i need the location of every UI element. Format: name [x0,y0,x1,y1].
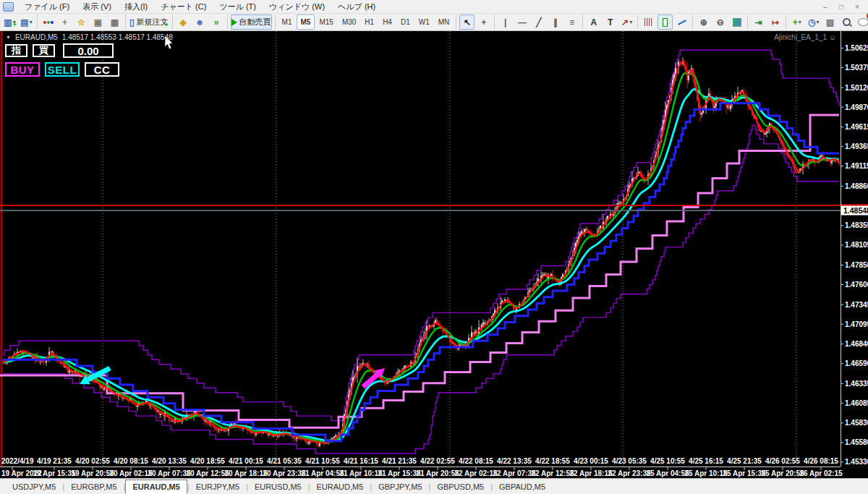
menu-item-4[interactable]: ツール (T) [213,1,263,13]
collapse-icon[interactable]: ▼ [6,35,11,40]
symbol-tab-4[interactable]: EURUSD,M5 [248,480,308,493]
candlestick-chart-button[interactable] [658,14,673,30]
time-label-jst: 4/22 08:15 [459,457,493,465]
time-label-jst: 4/26 08:15 [804,457,838,465]
chart-tabs-bar: USDJPY,M5|EURGBP,M5|EURAUD,M5|EURJPY,M5|… [0,478,868,494]
sell-button[interactable]: SELL [45,62,80,77]
symbol-tab-1[interactable]: EURGBP,M5 [64,480,123,493]
zoom-out-button[interactable]: ⊖ [712,14,728,30]
expert-advisors-button[interactable]: ☻ [192,14,208,30]
menu-item-6[interactable]: ヘルプ (H) [331,1,382,13]
signals-button[interactable]: » [209,14,224,30]
fibonacci-button[interactable]: ≡ [564,14,579,30]
metaeditor-button[interactable]: ◆ [176,14,191,30]
chart-profiles-icon: ▤ [20,18,28,27]
timeframe-m30-button[interactable]: M30 [338,14,360,30]
horizontal-line-button[interactable]: — [514,14,529,30]
cursor-button[interactable]: ↖ [459,14,475,30]
price-label: 1.45580 [845,438,868,446]
menu-item-2[interactable]: 挿入(I) [118,1,154,13]
price-label: 1.49615 [845,123,868,131]
text-button[interactable]: A [586,14,601,30]
strategy-tester-button[interactable]: ▦ [107,14,122,30]
new-order-button[interactable]: ▯+新規注文 [129,14,169,30]
restore-button[interactable]: □ [836,3,846,11]
symbol-tab-0[interactable]: USDJPY,M5 [6,480,62,493]
chart-canvas[interactable]: 1.506251.503751.501201.498701.496151.493… [0,31,868,478]
time-label-broker: 25 Apr 10:15 [684,469,728,477]
time-label-jst: 4/25 21:35 [727,457,762,465]
templates-button[interactable]: ▨ [822,14,838,30]
periods-list-button[interactable]: ◷▾ [806,14,821,30]
fibonacci-icon: ≡ [569,18,574,27]
minimize-button[interactable]: – [820,3,830,11]
tile-windows-icon [733,18,741,27]
equidistant-channel-button[interactable]: ∥ [548,14,563,30]
navigator-button[interactable]: ☆ [74,14,89,30]
timeframe-m1-button[interactable]: M1 [278,14,297,30]
new-order-icon: ▯ [129,18,135,27]
zoom-in-icon: ⊕ [700,18,707,27]
vertical-line-button[interactable]: | [498,14,513,30]
search-button[interactable] [839,14,854,30]
blue-step-line [3,103,839,441]
timeframe-d1-button[interactable]: D1 [396,14,414,30]
chart-shift-button[interactable]: ↦ [767,14,783,30]
market-buy-button[interactable]: 買 [33,44,55,57]
time-label-jst: 4/22 18:55 [535,457,570,465]
auto-scroll-button[interactable]: ⇥ [751,14,766,30]
zoom-in-button[interactable]: ⊕ [696,14,711,30]
symbol-tab-6[interactable]: GBPJPY,M5 [372,480,428,493]
symbol-tab-2[interactable]: EURAUD,M5 [125,480,187,494]
menu-item-3[interactable]: チャート (C) [154,1,213,13]
menu-item-1[interactable]: 表示 (V) [76,1,118,13]
price-label: 1.48860 [845,182,868,190]
time-label-broker: 22 Apr 02:15 [454,469,498,477]
chart-profiles-button[interactable]: ▤▾ [19,14,34,30]
bar-chart-button[interactable] [641,14,656,30]
metaeditor-icon: ◆ [179,18,186,27]
arrow-objects-button[interactable]: ↗▾ [619,14,634,30]
symbol-tab-5[interactable]: EURAUD,M5 [310,480,370,493]
trail-stop-line [0,115,839,427]
news-bubble-button[interactable]: 1 [856,14,868,30]
buy-button[interactable]: BUY [5,62,40,77]
time-label-broker: 25 Apr 04:55 [646,469,689,477]
symbol-tab-7[interactable]: GBPUSD,M5 [430,480,490,493]
crosshair-button[interactable]: + [476,14,491,30]
trendline-button[interactable]: ╱ [531,14,546,30]
close-all-button[interactable]: CC [85,62,119,77]
time-label-broker: 22 Apr 18:15 [569,469,613,477]
text-label-button[interactable]: T [603,14,618,30]
price-label: 1.47600 [845,281,868,289]
time-label-jst: 4/20 13:35 [152,457,187,465]
ea-label[interactable]: Ajinichi_EA_1_1 ☺ [774,33,836,41]
data-window-button[interactable]: + [57,14,72,30]
timeframe-mn-button[interactable]: MN [434,14,454,30]
timeframe-w1-button[interactable]: W1 [414,14,434,30]
terminal-button[interactable]: ▣ [90,14,106,30]
time-label-broker: 20 Apr 18:15 [224,469,268,477]
timeframe-h4-button[interactable]: H4 [378,14,396,30]
timeframe-h1-button[interactable]: H1 [360,14,378,30]
close-button[interactable]: × [852,3,862,11]
menu-item-5[interactable]: ウィンドウ (W) [263,1,331,13]
timeframe-m15-button[interactable]: M15 [315,14,337,30]
price-label: 1.46590 [845,359,868,367]
vertical-line-icon: | [504,18,506,27]
menu-item-0[interactable]: ファイル (F) [18,1,76,13]
new-chart-button[interactable]: ▥+▾ [2,14,17,30]
tile-windows-button[interactable] [729,14,744,30]
chart-title: ▼ EURAUD,M5 1.48517 1.48553 1.48517 1.48… [6,33,173,41]
timeframe-m5-button[interactable]: M5 [297,14,315,30]
line-chart-button[interactable] [674,14,689,30]
symbol-tab-8[interactable]: GBPAUD,M5 [493,480,552,493]
symbol-tab-3[interactable]: EURJPY,M5 [190,480,246,493]
time-label-broker: 20 Apr 02:15 [109,469,153,477]
indicators-list-button[interactable]: +▾ [789,14,804,30]
market-watch-button[interactable] [41,14,56,30]
time-label-broker: 19 Apr 15:35 [33,469,76,477]
autotrading-button[interactable]: 自動売買 [231,14,272,30]
lots-display[interactable]: 0.00 [63,43,114,58]
limit-order-button[interactable]: 指 [5,44,27,57]
